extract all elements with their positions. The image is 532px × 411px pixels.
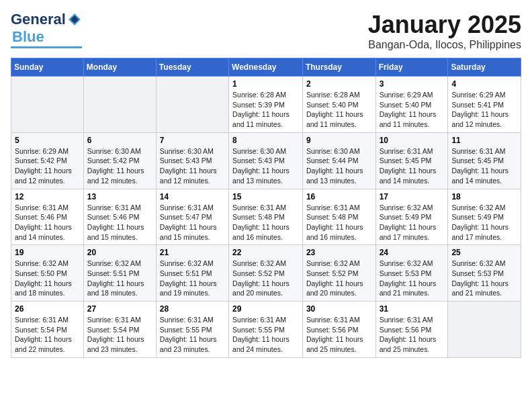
day-number: 7 xyxy=(160,136,225,145)
day-number: 22 xyxy=(232,248,299,257)
day-number: 3 xyxy=(380,79,445,89)
calendar-cell xyxy=(11,77,84,133)
daylight-text: Daylight: 11 hours and 12 minutes. xyxy=(15,167,72,185)
day-number: 23 xyxy=(306,248,372,257)
calendar-cell: 20 Sunrise: 6:32 AM Sunset: 5:51 PM Dayl… xyxy=(83,245,156,302)
calendar-week-row: 5 Sunrise: 6:29 AM Sunset: 5:42 PM Dayli… xyxy=(11,132,521,189)
sunrise-text: Sunrise: 6:29 AM xyxy=(380,91,433,99)
sunrise-text: Sunrise: 6:30 AM xyxy=(232,147,286,155)
daylight-text: Daylight: 11 hours and 16 minutes. xyxy=(306,223,363,241)
day-number: 15 xyxy=(232,192,299,201)
sunrise-text: Sunrise: 6:31 AM xyxy=(380,316,433,324)
sunset-text: Sunset: 5:56 PM xyxy=(306,326,359,334)
sunset-text: Sunset: 5:40 PM xyxy=(380,101,432,109)
sunset-text: Sunset: 5:52 PM xyxy=(306,269,359,277)
sunrise-text: Sunrise: 6:31 AM xyxy=(306,203,360,212)
calendar-cell: 18 Sunrise: 6:32 AM Sunset: 5:49 PM Dayl… xyxy=(448,189,521,245)
calendar-cell: 15 Sunrise: 6:31 AM Sunset: 5:48 PM Dayl… xyxy=(229,189,303,245)
day-info: Sunrise: 6:31 AM Sunset: 5:55 PM Dayligh… xyxy=(232,315,299,355)
calendar-cell: 5 Sunrise: 6:29 AM Sunset: 5:42 PM Dayli… xyxy=(11,132,84,189)
day-info: Sunrise: 6:31 AM Sunset: 5:48 PM Dayligh… xyxy=(306,203,372,242)
calendar-header-row: SundayMondayTuesdayWednesdayThursdayFrid… xyxy=(11,58,521,77)
sunrise-text: Sunrise: 6:31 AM xyxy=(380,147,433,155)
sunset-text: Sunset: 5:55 PM xyxy=(160,326,212,334)
day-number: 4 xyxy=(451,79,517,89)
month-title: January 2025 xyxy=(368,11,521,39)
daylight-text: Daylight: 11 hours and 12 minutes. xyxy=(451,110,508,128)
sunrise-text: Sunrise: 6:31 AM xyxy=(15,203,69,212)
sunset-text: Sunset: 5:45 PM xyxy=(380,156,432,165)
daylight-text: Daylight: 11 hours and 21 minutes. xyxy=(380,279,437,298)
sunset-text: Sunset: 5:54 PM xyxy=(15,326,67,334)
calendar-cell: 8 Sunrise: 6:30 AM Sunset: 5:43 PM Dayli… xyxy=(229,132,303,189)
sunrise-text: Sunrise: 6:31 AM xyxy=(451,147,505,155)
day-info: Sunrise: 6:30 AM Sunset: 5:42 PM Dayligh… xyxy=(87,146,152,186)
day-number: 6 xyxy=(87,136,152,145)
day-number: 20 xyxy=(87,248,152,257)
sunset-text: Sunset: 5:44 PM xyxy=(306,156,359,165)
logo-blue: Blue xyxy=(12,28,44,46)
weekday-header: Wednesday xyxy=(229,58,303,77)
daylight-text: Daylight: 11 hours and 15 minutes. xyxy=(87,223,144,241)
day-number: 10 xyxy=(380,136,445,145)
calendar-cell xyxy=(83,77,156,133)
day-info: Sunrise: 6:30 AM Sunset: 5:43 PM Dayligh… xyxy=(232,146,299,186)
sunset-text: Sunset: 5:43 PM xyxy=(160,156,212,165)
sunset-text: Sunset: 5:49 PM xyxy=(451,213,504,221)
daylight-text: Daylight: 11 hours and 12 minutes. xyxy=(160,167,217,185)
sunrise-text: Sunrise: 6:31 AM xyxy=(15,316,69,324)
weekday-header: Thursday xyxy=(302,58,375,77)
daylight-text: Daylight: 11 hours and 14 minutes. xyxy=(451,167,508,185)
sunrise-text: Sunrise: 6:32 AM xyxy=(15,259,69,267)
sunset-text: Sunset: 5:48 PM xyxy=(306,213,359,221)
calendar-cell: 14 Sunrise: 6:31 AM Sunset: 5:47 PM Dayl… xyxy=(156,189,228,245)
daylight-text: Daylight: 11 hours and 17 minutes. xyxy=(451,223,508,241)
day-number: 9 xyxy=(306,136,372,145)
sunrise-text: Sunrise: 6:32 AM xyxy=(380,259,433,267)
daylight-text: Daylight: 11 hours and 23 minutes. xyxy=(87,335,144,353)
calendar-cell xyxy=(156,77,228,133)
daylight-text: Daylight: 11 hours and 14 minutes. xyxy=(15,223,72,241)
calendar-cell: 1 Sunrise: 6:28 AM Sunset: 5:39 PM Dayli… xyxy=(229,77,303,133)
day-info: Sunrise: 6:32 AM Sunset: 5:52 PM Dayligh… xyxy=(232,259,299,298)
calendar-cell: 22 Sunrise: 6:32 AM Sunset: 5:52 PM Dayl… xyxy=(229,245,303,302)
calendar-cell: 11 Sunrise: 6:31 AM Sunset: 5:45 PM Dayl… xyxy=(448,132,521,189)
calendar-cell: 31 Sunrise: 6:31 AM Sunset: 5:56 PM Dayl… xyxy=(375,302,448,358)
day-info: Sunrise: 6:32 AM Sunset: 5:51 PM Dayligh… xyxy=(160,259,225,298)
sunrise-text: Sunrise: 6:32 AM xyxy=(160,259,214,267)
day-info: Sunrise: 6:31 AM Sunset: 5:48 PM Dayligh… xyxy=(232,203,299,242)
sunrise-text: Sunrise: 6:32 AM xyxy=(87,259,141,267)
day-number: 8 xyxy=(232,136,299,145)
calendar-cell: 26 Sunrise: 6:31 AM Sunset: 5:54 PM Dayl… xyxy=(11,302,84,358)
sunrise-text: Sunrise: 6:31 AM xyxy=(232,203,286,212)
sunrise-text: Sunrise: 6:31 AM xyxy=(160,316,214,324)
logo-general: General xyxy=(11,11,66,28)
day-number: 31 xyxy=(380,304,445,314)
day-info: Sunrise: 6:31 AM Sunset: 5:55 PM Dayligh… xyxy=(160,315,225,355)
day-info: Sunrise: 6:32 AM Sunset: 5:53 PM Dayligh… xyxy=(380,259,445,298)
calendar-cell: 13 Sunrise: 6:31 AM Sunset: 5:46 PM Dayl… xyxy=(83,189,156,245)
sunrise-text: Sunrise: 6:32 AM xyxy=(451,203,505,212)
day-info: Sunrise: 6:31 AM Sunset: 5:56 PM Dayligh… xyxy=(306,315,372,355)
day-number: 25 xyxy=(451,248,517,257)
calendar-cell: 21 Sunrise: 6:32 AM Sunset: 5:51 PM Dayl… xyxy=(156,245,228,302)
day-number: 17 xyxy=(380,192,445,201)
day-info: Sunrise: 6:31 AM Sunset: 5:45 PM Dayligh… xyxy=(380,146,445,186)
calendar-cell: 2 Sunrise: 6:28 AM Sunset: 5:40 PM Dayli… xyxy=(302,77,375,133)
calendar-table: SundayMondayTuesdayWednesdayThursdayFrid… xyxy=(11,58,521,358)
calendar-cell: 3 Sunrise: 6:29 AM Sunset: 5:40 PM Dayli… xyxy=(375,77,448,133)
sunrise-text: Sunrise: 6:28 AM xyxy=(306,91,360,99)
day-number: 12 xyxy=(15,192,80,201)
day-number: 21 xyxy=(160,248,225,257)
day-number: 26 xyxy=(15,304,80,314)
calendar-cell: 7 Sunrise: 6:30 AM Sunset: 5:43 PM Dayli… xyxy=(156,132,228,189)
day-info: Sunrise: 6:31 AM Sunset: 5:46 PM Dayligh… xyxy=(15,203,80,242)
daylight-text: Daylight: 11 hours and 22 minutes. xyxy=(15,335,72,353)
sunset-text: Sunset: 5:53 PM xyxy=(380,269,432,277)
sunset-text: Sunset: 5:49 PM xyxy=(380,213,432,221)
day-info: Sunrise: 6:29 AM Sunset: 5:42 PM Dayligh… xyxy=(15,146,80,186)
sunrise-text: Sunrise: 6:29 AM xyxy=(451,91,505,99)
calendar-cell: 10 Sunrise: 6:31 AM Sunset: 5:45 PM Dayl… xyxy=(375,132,448,189)
day-info: Sunrise: 6:29 AM Sunset: 5:41 PM Dayligh… xyxy=(451,90,517,130)
calendar-cell: 27 Sunrise: 6:31 AM Sunset: 5:54 PM Dayl… xyxy=(83,302,156,358)
